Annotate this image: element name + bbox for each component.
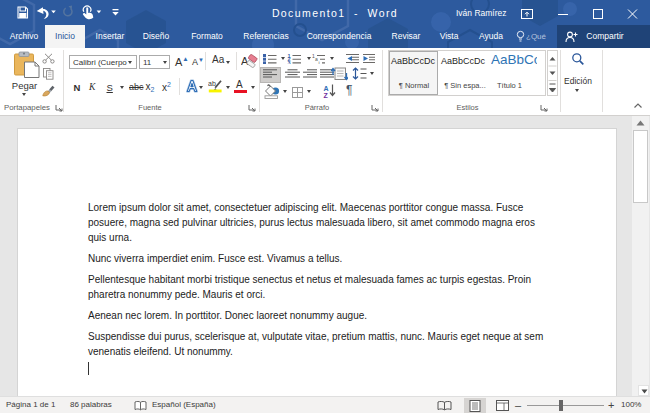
- svg-text:i: i: [319, 60, 320, 64]
- svg-text:Z: Z: [324, 92, 329, 98]
- svg-text:A: A: [324, 85, 329, 92]
- svg-text:3: 3: [288, 60, 291, 64]
- svg-text:ab: ab: [208, 80, 216, 87]
